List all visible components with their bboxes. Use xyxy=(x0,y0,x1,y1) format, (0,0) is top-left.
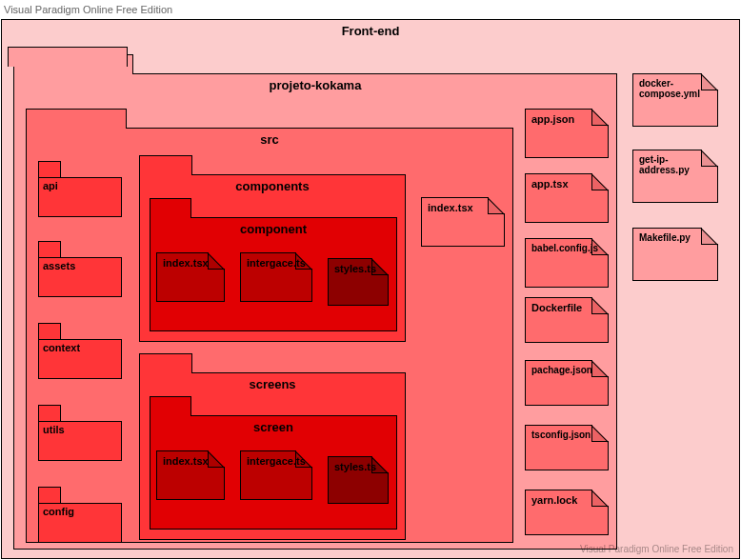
pkg-utils: utils xyxy=(38,405,122,461)
pkg-screens: screens screen index.tsx intergace.ts st… xyxy=(139,372,406,540)
component-title: component xyxy=(150,218,396,240)
pkg-components: components component index.tsx intergace… xyxy=(139,174,406,342)
fold-icon xyxy=(591,173,609,190)
config-label: config xyxy=(39,504,121,519)
src-title: src xyxy=(27,129,512,150)
fold-icon xyxy=(208,450,225,468)
file-src-index: index.tsx xyxy=(421,197,505,247)
screens-title: screens xyxy=(140,373,405,395)
pkg-assets: assets xyxy=(38,241,122,297)
pkg-screen: screen index.tsx intergace.ts styles.ts xyxy=(150,415,397,530)
file-screen-styles: styles.ts xyxy=(328,456,389,504)
fold-icon xyxy=(371,258,389,275)
projeto-title: projeto-kokama xyxy=(14,74,616,96)
fold-icon xyxy=(295,450,312,468)
fold-icon xyxy=(701,73,718,90)
fold-icon xyxy=(371,456,389,473)
file-component-styles: styles.ts xyxy=(328,258,389,306)
components-title: components xyxy=(140,175,405,197)
file-component-index: index.tsx xyxy=(156,252,225,302)
fold-icon xyxy=(208,252,225,270)
pkg-config: config xyxy=(38,487,122,543)
screen-title: screen xyxy=(150,416,396,438)
pkg-projeto-kokama: projeto-kokama src api assets context ut… xyxy=(13,73,617,550)
canvas: Front-end projeto-kokama src api assets … xyxy=(1,19,740,559)
api-label: api xyxy=(39,178,121,193)
app-header: Visual Paradigm Online Free Edition xyxy=(0,0,741,19)
file-docker-compose: docker-compose.yml xyxy=(632,73,718,127)
file-screen-index: index.tsx xyxy=(156,450,225,500)
file-pachage: pachage.json xyxy=(525,360,609,406)
file-yarn: yarn.lock xyxy=(525,490,609,535)
fold-icon xyxy=(591,109,609,126)
file-makefile: Makefile.py xyxy=(632,228,718,281)
fold-icon xyxy=(701,150,718,167)
fold-icon xyxy=(591,360,609,377)
file-app-json: app.json xyxy=(525,109,609,158)
fold-icon xyxy=(295,252,312,270)
file-app-tsx: app.tsx xyxy=(525,173,609,223)
pkg-api: api xyxy=(38,161,122,217)
watermark: Visual Paradigm Online Free Edition xyxy=(580,544,733,554)
context-label: context xyxy=(39,340,121,355)
fold-icon xyxy=(591,490,609,507)
fold-icon xyxy=(488,197,505,214)
file-dockerfile: Dockerfile xyxy=(525,297,609,343)
fold-icon xyxy=(591,238,609,255)
fold-icon xyxy=(591,425,609,442)
file-babel: babel.config.js xyxy=(525,238,609,288)
fold-icon xyxy=(701,228,718,245)
file-component-intergace: intergace.ts xyxy=(240,252,312,302)
pkg-context: context xyxy=(38,323,122,379)
utils-label: utils xyxy=(39,422,121,437)
pkg-component: component index.tsx intergace.ts styles.… xyxy=(150,217,397,331)
front-end-tab xyxy=(8,47,128,67)
pkg-src: src api assets context utils config xyxy=(26,128,513,543)
assets-label: assets xyxy=(39,258,121,273)
file-screen-intergace: intergace.ts xyxy=(240,450,312,500)
fold-icon xyxy=(591,297,609,314)
file-tsconfig: tsconfig.json xyxy=(525,425,609,470)
file-get-ip: get-ip-address.py xyxy=(632,150,718,203)
front-end-title: Front-end xyxy=(2,20,739,42)
